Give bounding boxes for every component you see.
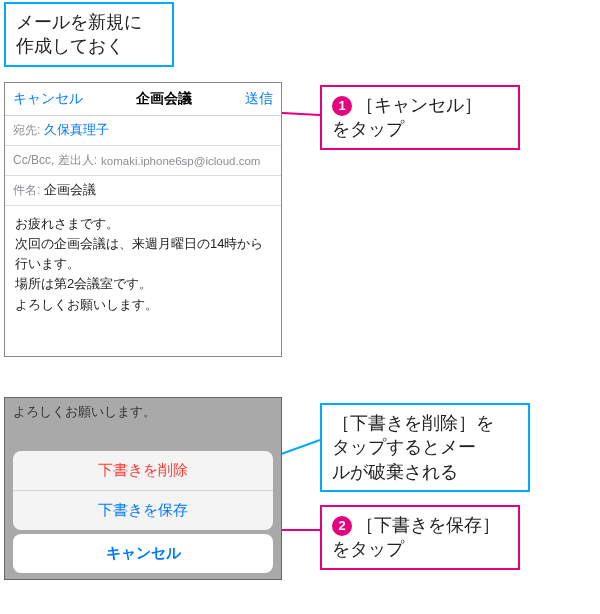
to-field[interactable]: 宛先: 久保真理子 xyxy=(5,116,281,146)
compose-screen: キャンセル 企画会議 送信 宛先: 久保真理子 Cc/Bcc, 差出人: kom… xyxy=(4,82,282,357)
subject-value: 企画会議 xyxy=(44,182,96,199)
callout-precondition-text: メールを新規に 作成しておく xyxy=(16,12,142,56)
step-badge-2: 2 xyxy=(332,516,352,536)
callout-precondition: メールを新規に 作成しておく xyxy=(4,2,174,67)
ccbcc-value: komaki.iphone6sp@icloud.com xyxy=(101,155,260,167)
ccbcc-field[interactable]: Cc/Bcc, 差出人: komaki.iphone6sp@icloud.com xyxy=(5,146,281,176)
save-draft-label: 下書きを保存 xyxy=(98,501,188,518)
compose-body[interactable]: お疲れさまです。 次回の企画会議は、来週月曜日の14時から行います。 場所は第2… xyxy=(5,206,281,327)
ccbcc-label: Cc/Bcc, 差出人: xyxy=(13,152,97,169)
step-badge-1: 1 xyxy=(332,96,352,116)
save-draft-button[interactable]: 下書きを保存 xyxy=(13,490,273,530)
send-button[interactable]: 送信 xyxy=(245,90,273,108)
subject-field[interactable]: 件名: 企画会議 xyxy=(5,176,281,206)
compose-title: 企画会議 xyxy=(136,90,192,108)
sheet-background-text: よろしくお願いします。 xyxy=(13,404,156,421)
callout-info-delete-text: ［下書きを削除］を タップするとメー ルが破棄される xyxy=(332,413,494,482)
sheet-cancel-button[interactable]: キャンセル xyxy=(13,534,273,573)
subject-label: 件名: xyxy=(13,182,40,199)
callout-info-delete: ［下書きを削除］を タップするとメー ルが破棄される xyxy=(320,403,530,492)
delete-draft-label: 下書きを削除 xyxy=(98,461,188,478)
sheet-cancel-label: キャンセル xyxy=(106,544,181,561)
to-label: 宛先: xyxy=(13,122,40,139)
cancel-button[interactable]: キャンセル xyxy=(13,90,83,108)
callout-step-2: 2［下書きを保存］ をタップ xyxy=(320,505,520,570)
action-sheet-screen: よろしくお願いします。 下書きを削除 下書きを保存 キャンセル xyxy=(4,397,282,580)
delete-draft-button[interactable]: 下書きを削除 xyxy=(13,451,273,490)
compose-body-text: お疲れさまです。 次回の企画会議は、来週月曜日の14時から行います。 場所は第2… xyxy=(15,216,263,312)
callout-step-1-text: ［キャンセル］ をタップ xyxy=(332,95,482,139)
callout-step-1: 1［キャンセル］ をタップ xyxy=(320,85,520,150)
to-value: 久保真理子 xyxy=(44,122,109,139)
callout-step-2-text: ［下書きを保存］ をタップ xyxy=(332,515,500,559)
compose-navbar: キャンセル 企画会議 送信 xyxy=(5,83,281,116)
